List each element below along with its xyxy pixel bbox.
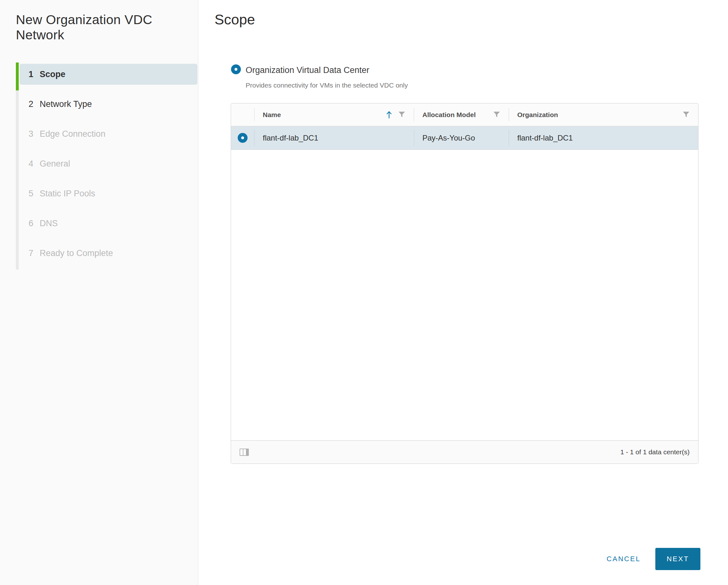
org-vdc-radio[interactable] [231, 64, 241, 74]
sidebar-step-scope[interactable]: 1 Scope [20, 64, 198, 85]
step-track-active-indicator [16, 62, 19, 90]
step-number: 4 [20, 159, 40, 169]
step-label: Scope [40, 70, 66, 79]
sidebar-step-dns: 6 DNS [20, 213, 198, 234]
header-cell-allocation-model[interactable]: Allocation Model [414, 103, 509, 126]
step-label: DNS [40, 219, 58, 229]
cell-allocation-model: Pay-As-You-Go [414, 126, 509, 150]
datagrid-empty-area [231, 150, 698, 440]
column-label-allocation-model: Allocation Model [422, 111, 476, 118]
cell-organization: flant-df-lab_DC1 [509, 126, 698, 150]
header-cell-selection [231, 103, 254, 126]
sort-ascending-icon [386, 111, 392, 119]
step-label: Ready to Complete [40, 248, 113, 258]
row-radio[interactable] [238, 133, 248, 143]
wizard-title: New Organization VDC Network [16, 12, 175, 43]
vdc-datagrid: Name Allocation Model Org [231, 103, 699, 464]
row-selection-cell [231, 126, 254, 150]
cell-name: flant-df-lab_DC1 [254, 126, 414, 150]
table-row[interactable]: flant-df-lab_DC1 Pay-As-You-Go flant-df-… [231, 126, 698, 150]
column-label-organization: Organization [517, 111, 558, 118]
header-cell-organization[interactable]: Organization [509, 103, 698, 126]
cancel-button[interactable]: CANCEL [600, 551, 647, 566]
datagrid-header: Name Allocation Model Org [231, 103, 698, 126]
org-vdc-radio-description: Provides connectivity for VMs in the sel… [245, 82, 408, 89]
step-number: 6 [20, 219, 40, 229]
step-label: Network Type [40, 99, 92, 109]
column-label-name: Name [263, 111, 281, 118]
datagrid-footer: 1 - 1 of 1 data center(s) [231, 440, 698, 463]
step-track [16, 62, 19, 270]
step-number: 7 [20, 248, 40, 258]
step-label: Edge Connection [40, 129, 105, 139]
step-label: Static IP Pools [40, 189, 95, 198]
sidebar-step-network-type[interactable]: 2 Network Type [20, 94, 198, 114]
column-picker-icon[interactable] [240, 449, 249, 456]
filter-funnel-icon[interactable] [493, 112, 500, 118]
datagrid-summary: 1 - 1 of 1 data center(s) [620, 448, 690, 456]
step-number: 1 [20, 70, 40, 79]
sidebar-step-general: 4 General [20, 153, 198, 174]
sidebar-step-edge-connection: 3 Edge Connection [20, 124, 198, 144]
step-number: 2 [20, 99, 40, 109]
step-number: 3 [20, 129, 40, 139]
header-cell-name[interactable]: Name [254, 103, 414, 126]
wizard-sidebar: New Organization VDC Network 1 Scope 2 N… [0, 0, 198, 585]
page-title: Scope [214, 11, 255, 28]
filter-funnel-icon[interactable] [398, 112, 405, 118]
next-button[interactable]: NEXT [655, 548, 700, 570]
sidebar-step-ready-to-complete: 7 Ready to Complete [20, 243, 198, 264]
filter-funnel-icon[interactable] [683, 112, 689, 118]
step-label: General [40, 159, 70, 169]
sidebar-step-static-ip-pools: 5 Static IP Pools [20, 183, 198, 204]
org-vdc-radio-label: Organization Virtual Data Center [245, 65, 369, 75]
step-number: 5 [20, 189, 40, 198]
